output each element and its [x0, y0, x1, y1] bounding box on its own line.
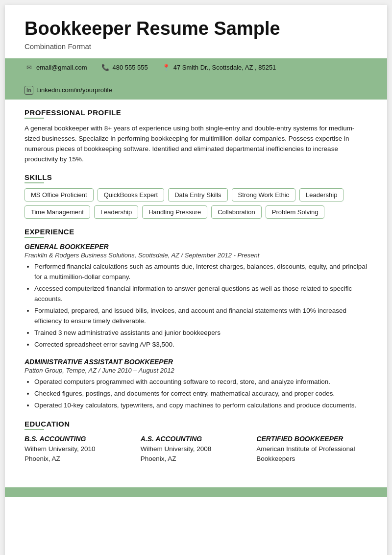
job-title: ADMINISTRATIVE ASSISTANT BOOKKEEPER: [24, 358, 368, 366]
list-item: Operated computers programmed with accou…: [34, 377, 368, 387]
experience-heading-wrap: EXPERIENCE: [24, 227, 368, 238]
list-item: Performed financial calculations such as…: [34, 262, 368, 282]
education-heading-wrap: EDUCATION: [24, 420, 368, 430]
education-entry: B.S. ACCOUNTINGWilhem University, 2010Ph…: [24, 435, 136, 464]
education-entry: A.S. ACCOUNTINGWilhem University, 2008Ph…: [141, 435, 252, 464]
edu-detail1: Wilhem University, 2010: [24, 444, 136, 454]
skill-badge: Strong Work Ethic: [232, 188, 296, 202]
edu-detail2: Phoenix, AZ: [24, 454, 136, 464]
list-item: Trained 3 new administrative assistants …: [34, 328, 368, 338]
list-item: Accessed computerized financial informat…: [34, 284, 368, 304]
email-text: email@gmail.com: [36, 64, 87, 71]
experience-heading-line: [24, 237, 44, 238]
education-heading-line: [24, 429, 44, 430]
profile-heading-wrap: PROFESSIONAL PROFILE: [24, 108, 368, 119]
education-heading: EDUCATION: [24, 420, 368, 428]
list-item: Formulated, prepared, and issued bills, …: [34, 306, 368, 327]
edu-degree: CERTIFIED BOOKKEEPER: [256, 435, 368, 443]
address-text: 47 Smith Dr., Scottsdale, AZ , 85251: [173, 64, 276, 71]
contact-bar: ✉ email@gmail.com 📞 480 555 555 📍 47 Smi…: [5, 58, 387, 100]
resume-document: Bookkeeper Resume Sample Combination For…: [5, 5, 387, 555]
edu-degree: A.S. ACCOUNTING: [141, 435, 252, 443]
location-icon: 📍: [162, 63, 171, 72]
experience-entry: ADMINISTRATIVE ASSISTANT BOOKKEEPERPatto…: [24, 358, 368, 411]
contact-linkedin: in Linkedin.com/in/yourprofile: [24, 86, 112, 95]
job-meta: Franklin & Rodgers Business Solutions, S…: [24, 252, 368, 259]
linkedin-text: Linkedin.com/in/yourprofile: [36, 86, 112, 94]
skill-badge: Handling Pressure: [142, 205, 207, 219]
contact-email: ✉ email@gmail.com: [24, 63, 87, 72]
contact-phone: 📞 480 555 555: [101, 63, 148, 72]
edu-detail2: Phoenix, AZ: [141, 454, 252, 464]
profile-heading-line: [24, 118, 44, 119]
education-section: EDUCATION B.S. ACCOUNTINGWilhem Universi…: [24, 420, 368, 464]
profile-section: PROFESSIONAL PROFILE A general bookkeepe…: [24, 108, 368, 165]
job-meta: Patton Group, Tempe, AZ / June 2010 – Au…: [24, 367, 368, 374]
contact-address: 📍 47 Smith Dr., Scottsdale, AZ , 85251: [162, 63, 276, 72]
skill-badge: Leadership: [94, 205, 138, 219]
skill-badge: QuickBooks Expert: [98, 188, 165, 202]
experience-heading: EXPERIENCE: [24, 227, 368, 236]
skill-badge: Collaboration: [211, 205, 262, 219]
skills-container: MS Office ProficientQuickBooks ExpertDat…: [24, 188, 368, 219]
job-title: GENERAL BOOKKEEPER: [24, 243, 368, 251]
list-item: Checked figures, postings, and documents…: [34, 389, 368, 399]
skills-heading-wrap: SKILLS: [24, 173, 368, 183]
list-item: Operated 10-key calculators, typewriters…: [34, 401, 368, 411]
skill-badge: Data Entry Skills: [168, 188, 227, 202]
resume-header: Bookkeeper Resume Sample Combination For…: [5, 5, 387, 58]
skill-badge: Problem Solving: [266, 205, 325, 219]
list-item: Corrected spreadsheet error saving A/P $…: [34, 340, 368, 350]
skills-heading-line: [24, 182, 44, 183]
experience-entry: GENERAL BOOKKEEPERFranklin & Rodgers Bus…: [24, 243, 368, 350]
resume-title: Bookkeeper Resume Sample: [24, 19, 368, 39]
edu-degree: B.S. ACCOUNTING: [24, 435, 136, 443]
education-container: B.S. ACCOUNTINGWilhem University, 2010Ph…: [24, 435, 368, 464]
job-bullets: Performed financial calculations such as…: [24, 262, 368, 350]
skills-heading: SKILLS: [24, 173, 368, 181]
footer-bar: [5, 487, 387, 497]
email-icon: ✉: [24, 63, 33, 72]
resume-format: Combination Format: [24, 42, 368, 50]
experience-container: GENERAL BOOKKEEPERFranklin & Rodgers Bus…: [24, 243, 368, 410]
experience-section: EXPERIENCE GENERAL BOOKKEEPERFranklin & …: [24, 227, 368, 410]
edu-detail1: American Institute of Professional Bookk…: [256, 444, 368, 464]
linkedin-icon: in: [24, 86, 33, 95]
skill-badge: Leadership: [299, 188, 343, 202]
education-entry: CERTIFIED BOOKKEEPERAmerican Institute o…: [256, 435, 368, 464]
phone-icon: 📞: [101, 63, 110, 72]
resume-body: PROFESSIONAL PROFILE A general bookkeepe…: [5, 100, 387, 487]
phone-text: 480 555 555: [113, 64, 148, 71]
edu-detail1: Wilhem University, 2008: [141, 444, 252, 454]
skills-section: SKILLS MS Office ProficientQuickBooks Ex…: [24, 173, 368, 219]
profile-heading: PROFESSIONAL PROFILE: [24, 108, 368, 117]
job-bullets: Operated computers programmed with accou…: [24, 377, 368, 411]
profile-text: A general bookkeeper with 8+ years of ex…: [24, 124, 368, 165]
skill-badge: Time Management: [24, 205, 90, 219]
skill-badge: MS Office Proficient: [24, 188, 94, 202]
